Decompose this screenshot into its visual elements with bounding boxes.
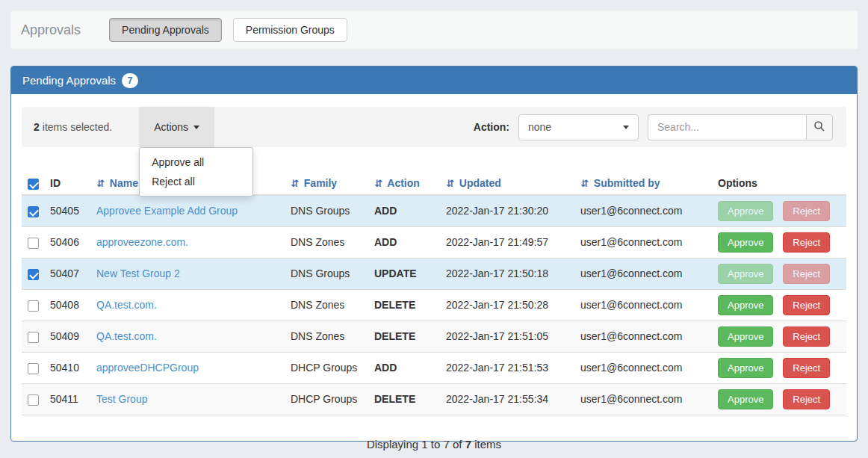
sort-icon: ⇵ [374, 178, 382, 189]
cell-id: 50406 [44, 226, 90, 258]
row-name-link[interactable]: QA.test.com. [96, 330, 157, 342]
menu-item-approve-all[interactable]: Approve all [140, 152, 252, 172]
cell-action: DELETE [368, 383, 440, 415]
cell-action: UPDATE [368, 258, 440, 289]
column-header-family[interactable]: ⇵ Family [285, 173, 368, 195]
cell-submitted-by: user1@6connect.com [574, 226, 712, 258]
cell-family: DNS Groups [285, 195, 368, 227]
tab-pending-approvals[interactable]: Pending Approvals [109, 18, 222, 42]
search-input[interactable] [648, 114, 806, 140]
page-title: Approvals [21, 22, 81, 38]
row-name-link[interactable]: approveeDHCPGroup [96, 362, 199, 374]
column-header-submitted-by[interactable]: ⇵ Submitted by [574, 173, 712, 195]
cell-id: 50405 [44, 195, 90, 227]
actions-button-label: Actions [154, 121, 188, 133]
pagination-status: Displaying 1 to 7 of 7 items [22, 438, 846, 451]
column-header-options: Options [712, 173, 846, 195]
row-name-link[interactable]: QA.test.com. [96, 299, 157, 311]
reject-button[interactable]: Reject [783, 201, 830, 221]
cell-action: ADD [368, 352, 440, 383]
cell-id: 50409 [44, 321, 90, 352]
action-filter-label: Action: [474, 121, 509, 133]
toolbar-right: Action: none [474, 107, 846, 147]
cell-family: DNS Zones [285, 226, 368, 258]
actions-button[interactable]: Actions [139, 107, 214, 147]
row-checkbox[interactable] [28, 238, 39, 249]
search-button[interactable] [806, 114, 833, 140]
row-checkbox[interactable] [28, 363, 39, 374]
row-checkbox[interactable] [28, 332, 39, 343]
cell-action: ADD [368, 195, 440, 227]
column-header-updated[interactable]: ⇵ Updated [440, 173, 574, 195]
reject-button[interactable]: Reject [783, 327, 830, 347]
row-name-link[interactable]: New Test Group 2 [96, 267, 180, 279]
cell-updated: 2022-Jan-17 21:30:20 [440, 195, 574, 227]
row-name-link[interactable]: Test Group [96, 393, 147, 405]
cell-updated: 2022-Jan-17 21:51:05 [440, 321, 574, 352]
action-filter-selected-value: none [528, 121, 551, 133]
menu-item-reject-all[interactable]: Reject all [140, 172, 252, 191]
approvals-table: ID ⇵ Name ⇵ Family ⇵ Action ⇵ Update [22, 173, 846, 415]
row-name-link[interactable]: Approvee Example Add Group [96, 205, 238, 217]
approvals-table-body: 50405 Approvee Example Add Group DNS Gro… [22, 195, 846, 415]
cell-submitted-by: user1@6connect.com [574, 258, 712, 289]
cell-submitted-by: user1@6connect.com [574, 289, 712, 321]
cell-updated: 2022-Jan-17 21:50:18 [440, 258, 574, 289]
caret-down-icon [623, 126, 629, 129]
panel-title: Pending Approvals [22, 74, 116, 87]
reject-button[interactable]: Reject [783, 295, 830, 315]
table-row: 50411 Test Group DHCP Groups DELETE 2022… [22, 383, 846, 415]
select-all-checkbox[interactable] [28, 179, 39, 190]
approve-button[interactable]: Approve [718, 327, 773, 347]
cell-family: DHCP Groups [285, 383, 368, 415]
panel-body: 2 items selected. Actions Approve all Re… [11, 94, 857, 451]
action-filter-select[interactable]: none [518, 114, 639, 140]
table-row: 50410 approveeDHCPGroup DHCP Groups ADD … [22, 352, 846, 383]
approve-button[interactable]: Approve [718, 295, 773, 315]
approve-button[interactable]: Approve [718, 264, 773, 284]
cell-submitted-by: user1@6connect.com [574, 383, 712, 415]
caret-down-icon [193, 126, 199, 129]
reject-button[interactable]: Reject [783, 264, 830, 284]
cell-updated: 2022-Jan-17 21:50:28 [440, 289, 574, 321]
approve-button[interactable]: Approve [718, 201, 773, 221]
cell-submitted-by: user1@6connect.com [574, 195, 712, 227]
selected-items-status: 2 items selected. [22, 107, 124, 147]
row-checkbox[interactable] [28, 394, 39, 406]
cell-submitted-by: user1@6connect.com [574, 321, 712, 352]
row-name-link[interactable]: approveezone.com. [96, 236, 188, 248]
approve-button[interactable]: Approve [718, 389, 773, 409]
table-row: 50409 QA.test.com. DNS Zones DELETE 2022… [22, 321, 846, 352]
cell-updated: 2022-Jan-17 21:55:34 [440, 383, 574, 415]
selected-count: 2 [34, 121, 40, 133]
approve-button[interactable]: Approve [718, 358, 773, 378]
table-row: 50405 Approvee Example Add Group DNS Gro… [22, 195, 846, 227]
sort-icon: ⇵ [446, 178, 454, 189]
approve-button[interactable]: Approve [718, 232, 773, 253]
table-row: 50407 New Test Group 2 DNS Groups UPDATE… [22, 258, 846, 289]
cell-family: DNS Zones [285, 289, 368, 321]
column-header-action[interactable]: ⇵ Action [368, 173, 440, 195]
cell-id: 50410 [44, 352, 90, 383]
selected-text: items selected. [43, 121, 112, 133]
reject-button[interactable]: Reject [783, 389, 830, 409]
reject-button[interactable]: Reject [783, 358, 830, 378]
search-group [648, 114, 833, 140]
table-row: 50408 QA.test.com. DNS Zones DELETE 2022… [22, 289, 846, 321]
reject-button[interactable]: Reject [783, 232, 830, 253]
cell-id: 50411 [44, 383, 90, 415]
tab-permission-groups[interactable]: Permission Groups [233, 18, 347, 42]
table-row: 50406 approveezone.com. DNS Zones ADD 20… [22, 226, 846, 258]
row-checkbox[interactable] [28, 206, 39, 217]
actions-dropdown-menu: Approve all Reject all [139, 147, 253, 196]
cell-action: DELETE [368, 321, 440, 352]
count-badge: 7 [122, 73, 138, 88]
row-checkbox[interactable] [28, 269, 39, 280]
cell-id: 50408 [44, 289, 90, 321]
pending-approvals-panel: Pending Approvals 7 2 items selected. Ac… [10, 66, 858, 442]
row-checkbox[interactable] [28, 300, 39, 312]
column-header-id: ID [44, 173, 90, 195]
cell-family: DNS Zones [285, 321, 368, 352]
cell-submitted-by: user1@6connect.com [574, 352, 712, 383]
cell-updated: 2022-Jan-17 21:49:57 [440, 226, 574, 258]
